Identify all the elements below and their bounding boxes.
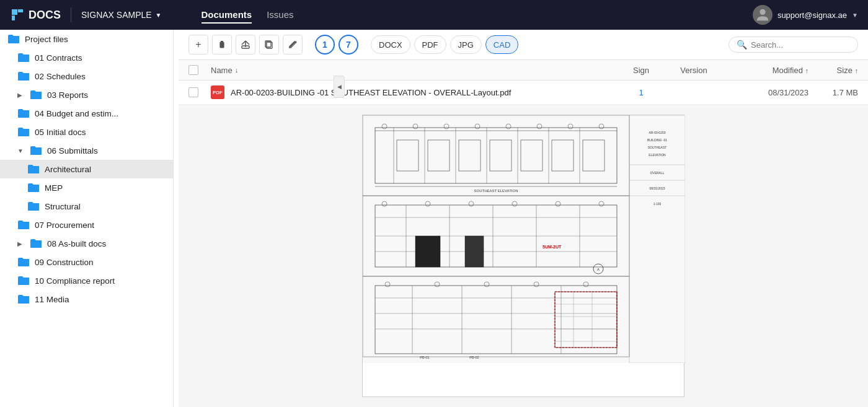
blueprint-svg: SOUTHEAST ELEVATION [363, 115, 685, 363]
edit-icon [288, 40, 298, 50]
header-version-col: Version [666, 66, 722, 75]
folder-architectural-icon [27, 164, 40, 174]
share-button[interactable] [236, 35, 255, 55]
header-name-col[interactable]: Name ↓ [211, 66, 616, 75]
folder-mep-icon [27, 183, 40, 193]
toolbar-count-1: 1 [315, 35, 335, 55]
file-checkbox[interactable] [188, 87, 198, 97]
file-row[interactable]: PDF AR-00-0203-BUILDING -01 SOUTHEAST EL… [179, 81, 868, 105]
sidebar-item-structural[interactable]: Structural [0, 197, 173, 216]
select-all-checkbox[interactable] [188, 65, 198, 75]
sidebar-item-compliance[interactable]: 10 Compliance report [0, 271, 173, 290]
file-name: AR-00-0203-BUILDING -01 SOUTHEAST ELEVAT… [231, 88, 511, 97]
user-dropdown-icon: ▼ [852, 12, 858, 19]
file-name-col: PDF AR-00-0203-BUILDING -01 SOUTHEAST EL… [211, 85, 616, 99]
svg-rect-9 [363, 115, 685, 363]
sidebar-label-mep: MEP [45, 183, 63, 193]
svg-text:SOUTHEAST ELEVATION: SOUTHEAST ELEVATION [474, 189, 518, 193]
delete-icon [217, 40, 227, 50]
file-sign-value[interactable]: 1 [639, 88, 643, 97]
header-version-label: Version [680, 66, 707, 75]
filter-cad-button[interactable]: CAD [485, 35, 518, 54]
nav-tabs: Documents Issues [202, 7, 294, 24]
folder-initial-icon [17, 127, 30, 137]
nav-divider [71, 7, 71, 22]
project-name: SIGNAX SAMPLE [81, 10, 152, 20]
sidebar-label-asbuilt: 08 As-built docs [47, 239, 106, 248]
app-name: DOCS [29, 9, 61, 22]
sidebar: Project files 01 Contracts 02 Schedules … [0, 30, 174, 407]
nav-right: support@signax.ae ▼ [753, 5, 858, 25]
sidebar-label-structural: Structural [45, 202, 81, 211]
sidebar-collapse-button[interactable]: ◀ [334, 76, 345, 98]
app-logo: DOCS [10, 7, 61, 22]
preview-area: SOUTHEAST ELEVATION [179, 105, 868, 407]
tab-issues[interactable]: Issues [267, 7, 293, 24]
add-button[interactable]: + [188, 35, 208, 55]
header-name-label: Name [211, 66, 232, 75]
sidebar-item-mep[interactable]: MEP [0, 178, 173, 197]
project-selector[interactable]: SIGNAX SAMPLE ▼ [81, 10, 162, 20]
copy-icon [264, 40, 274, 50]
tab-documents[interactable]: Documents [202, 7, 252, 24]
sidebar-item-media[interactable]: 11 Media [0, 290, 173, 309]
file-sign-col: 1 [616, 88, 666, 97]
filter-pdf-button[interactable]: PDF [414, 35, 446, 54]
pdf-file-icon: PDF [211, 85, 224, 99]
search-box: 🔍 [728, 37, 858, 53]
copy-button[interactable] [259, 35, 279, 55]
svg-text:PB-01: PB-01 [420, 356, 429, 359]
folder-reports-icon [30, 90, 42, 100]
svg-text:08/31/2023: 08/31/2023 [649, 186, 665, 190]
sidebar-item-architectural[interactable]: Architectural [0, 160, 173, 178]
sidebar-label-media: 11 Media [35, 295, 69, 304]
sidebar-root-project-files[interactable]: Project files [0, 30, 173, 48]
header-checkbox-col [188, 65, 211, 75]
sidebar-item-construction[interactable]: 09 Construction [0, 253, 173, 271]
file-list-header: Name ↓ Sign Version Modified ↑ Size ↑ [179, 60, 868, 81]
header-size-col[interactable]: Size ↑ [808, 66, 858, 75]
collapse-icon: ◀ [337, 84, 342, 90]
header-modified-label: Modified [773, 66, 803, 75]
folder-construction-icon [17, 257, 30, 267]
sidebar-item-initial[interactable]: 05 Initial docs [0, 123, 173, 141]
sidebar-item-reports[interactable]: ▶ 03 Reports [0, 85, 173, 104]
sidebar-label-reports: 03 Reports [47, 90, 88, 100]
folder-schedules-icon [17, 71, 30, 81]
search-input[interactable] [751, 40, 850, 50]
filter-jpg-button[interactable]: JPG [450, 35, 482, 54]
main-layout: Project files 01 Contracts 02 Schedules … [0, 30, 868, 407]
folder-budget-icon [17, 108, 30, 118]
user-avatar [753, 5, 773, 25]
blueprint-preview: SOUTHEAST ELEVATION [362, 115, 684, 397]
sidebar-item-asbuilt[interactable]: ▶ 08 As-built docs [0, 234, 173, 253]
chevron-reports-icon: ▶ [17, 92, 25, 98]
filter-docx-button[interactable]: DOCX [371, 35, 410, 54]
sidebar-item-contracts[interactable]: 01 Contracts [0, 48, 173, 67]
folder-icon [7, 34, 20, 44]
svg-text:5UM-2UT: 5UM-2UT [542, 245, 562, 249]
sidebar-item-procurement[interactable]: 07 Procurement [0, 216, 173, 234]
user-info: support@signax.ae ▼ [753, 5, 858, 25]
sidebar-label-contracts: 01 Contracts [35, 53, 82, 63]
search-icon: 🔍 [737, 40, 747, 50]
file-modified-col: 08/31/2023 [722, 88, 808, 97]
sidebar-root-label: Project files [25, 35, 68, 44]
sidebar-item-budget[interactable]: 04 Budget and estim... [0, 104, 173, 123]
edit-button[interactable] [283, 35, 303, 55]
file-modified-value: 08/31/2023 [768, 88, 808, 97]
sidebar-label-schedules: 02 Schedules [35, 72, 86, 81]
svg-rect-50 [465, 236, 484, 267]
chevron-submittals-icon: ▼ [17, 147, 25, 154]
delete-button[interactable] [212, 35, 232, 55]
header-modified-col[interactable]: Modified ↑ [722, 66, 808, 75]
svg-rect-49 [415, 236, 440, 267]
header-sign-col: Sign [616, 66, 666, 75]
sidebar-item-schedules[interactable]: 02 Schedules [0, 67, 173, 85]
sidebar-label-budget: 04 Budget and estim... [35, 109, 118, 118]
file-size-value: 1.7 MB [833, 88, 858, 97]
svg-text:PB-02: PB-02 [469, 356, 479, 359]
folder-structural-icon [27, 201, 40, 211]
size-sort-icon: ↑ [855, 67, 859, 74]
sidebar-item-submittals[interactable]: ▼ 06 Submittals [0, 141, 173, 160]
